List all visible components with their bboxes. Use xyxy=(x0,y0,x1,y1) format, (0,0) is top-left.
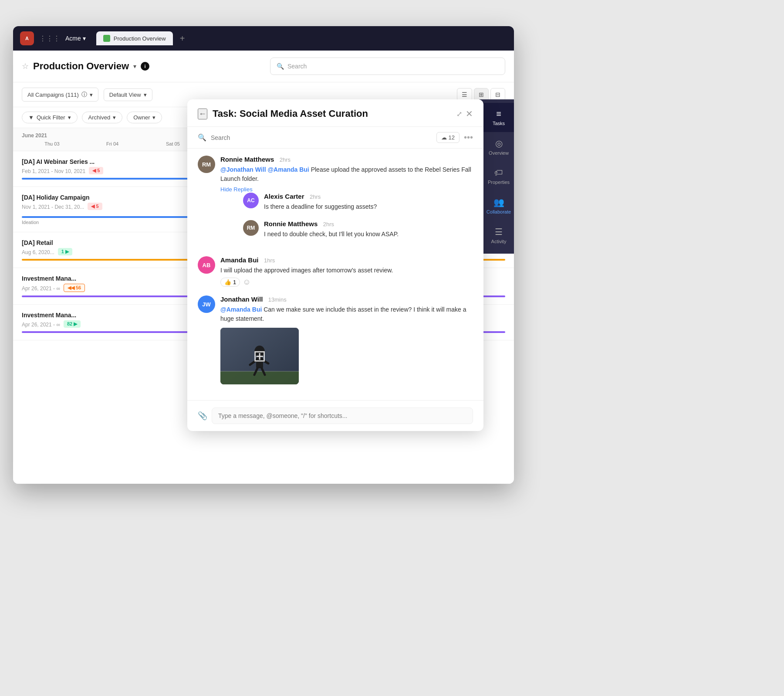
image-overlay[interactable]: ⊞ xyxy=(220,328,299,384)
task-header-actions: ⤢ ✕ xyxy=(456,109,473,119)
page-info-icon[interactable]: i xyxy=(141,62,149,71)
search-bar[interactable]: 🔍 Search xyxy=(270,58,505,75)
campaigns-dropdown[interactable]: All Campaigns (111) ⓘ ▾ xyxy=(22,88,98,102)
reaction-count: 1 xyxy=(233,279,236,285)
campaign-tag: ◀ 5 xyxy=(89,167,103,174)
attach-button[interactable]: 📎 xyxy=(198,411,207,421)
star-icon[interactable]: ☆ xyxy=(22,61,29,71)
expand-icon: ⊞ xyxy=(253,347,266,365)
task-header: ← Task: Social Media Asset Curation ⤢ ✕ xyxy=(187,99,483,127)
back-button[interactable]: ← xyxy=(198,109,207,119)
comment-text: @Jonathan Will @Amanda Bui Please upload… xyxy=(220,165,473,183)
campaign-tag: 1 ▶ xyxy=(58,248,72,255)
owner-chip[interactable]: Owner ▾ xyxy=(127,112,162,123)
right-sidebar: ≡ Tasks ◎ Overview 🏷 Properties 👥 Collab… xyxy=(479,99,514,254)
page-title-chevron[interactable]: ▾ xyxy=(133,63,136,70)
campaign-tag: ◀ 5 xyxy=(88,203,102,210)
avatar: RM xyxy=(243,220,259,236)
thumbs-up-reaction[interactable]: 👍 1 xyxy=(220,278,240,287)
avatar: AB xyxy=(198,256,215,274)
search-placeholder: Search xyxy=(287,63,307,70)
campaign-date: Apr 26, 2021 - ∞ xyxy=(22,285,60,292)
sidebar-activity-label: Activity xyxy=(491,239,507,244)
more-options-button[interactable]: ••• xyxy=(464,132,473,143)
reply-author: Alexis Carter xyxy=(264,193,304,200)
close-button[interactable]: ✕ xyxy=(466,109,473,119)
reply-block: AC Alexis Carter 2hrs Is there a deadlin… xyxy=(243,193,473,211)
message-input-area: 📎 xyxy=(187,400,483,431)
page-title: Production Overview xyxy=(33,61,129,72)
app-window: A ⋮⋮⋮ Acme ▾ Production Overview + ☆ Pro… xyxy=(13,26,514,484)
comments-area: RM Ronnie Matthews 2hrs @Jonathan Will @… xyxy=(187,149,483,400)
tab-production-overview[interactable]: Production Overview xyxy=(96,31,173,45)
reply-text: Is there a deadline for suggesting asset… xyxy=(264,202,473,211)
mention: @Jonathan Will xyxy=(220,166,266,173)
reply-time: 2hrs xyxy=(323,221,334,227)
sidebar-item-properties[interactable]: 🏷 Properties xyxy=(479,162,514,191)
expand-button[interactable]: ⤢ xyxy=(456,110,462,118)
sidebar-collaborate-label: Collaborate xyxy=(487,209,511,214)
archived-chip[interactable]: Archived ▾ xyxy=(82,112,123,123)
comment-time: 1hrs xyxy=(264,257,275,264)
campaign-date: Nov 1, 2021 - Dec 31, 20... xyxy=(22,204,84,210)
comment-content: Ronnie Matthews 2hrs @Jonathan Will @Ama… xyxy=(220,156,473,248)
task-search-input[interactable] xyxy=(211,134,432,141)
comment-author: Amanda Bui xyxy=(220,256,259,264)
comment-text: I will upload the approved images after … xyxy=(220,266,473,275)
sidebar-properties-label: Properties xyxy=(488,180,510,185)
sidebar-overview-label: Overview xyxy=(489,150,509,156)
upload-icon: ☁ xyxy=(441,134,447,141)
search-icon: 🔍 xyxy=(277,63,284,70)
campaign-date: Apr 26, 2021 - ∞ xyxy=(22,322,60,328)
upload-badge[interactable]: ☁ 12 xyxy=(436,132,460,143)
title-bar: A ⋮⋮⋮ Acme ▾ Production Overview + xyxy=(13,26,514,51)
avatar: AC xyxy=(243,193,259,208)
sidebar-tasks-label: Tasks xyxy=(493,121,505,126)
acme-logo[interactable]: A xyxy=(20,31,34,45)
overview-icon: ◎ xyxy=(495,138,503,149)
comment-content: Jonathan Will 13mins @Amanda Bui Can we … xyxy=(220,295,473,384)
page-title-section: ☆ Production Overview ▾ i xyxy=(22,61,263,72)
reaction-bar: 👍 1 ☺ xyxy=(220,278,473,287)
filter-icon: ▼ xyxy=(28,114,34,121)
search-icon: 🔍 xyxy=(198,133,206,142)
nested-comment: AC Alexis Carter 2hrs Is there a deadlin… xyxy=(243,193,473,211)
comment-time: 2hrs xyxy=(280,156,291,163)
sidebar-item-collaborate[interactable]: 👥 Collaborate xyxy=(479,191,514,221)
reply-content: Alexis Carter 2hrs Is there a deadline f… xyxy=(264,193,473,211)
comment-block: AB Amanda Bui 1hrs I will upload the app… xyxy=(198,256,473,287)
collaborate-icon: 👥 xyxy=(493,197,504,207)
avatar: JW xyxy=(198,295,215,313)
task-search-bar: 🔍 ☁ 12 ••• xyxy=(187,127,483,149)
campaign-tag: 82 ▶ xyxy=(64,320,81,328)
reply-content: Ronnie Matthews 2hrs I need to double ch… xyxy=(264,220,473,239)
reply-text: I need to double check, but I'll let you… xyxy=(264,230,473,239)
task-title: Task: Social Media Asset Curation xyxy=(213,108,451,119)
reply-block: RM Ronnie Matthews 2hrs I need to double… xyxy=(243,220,473,239)
message-input[interactable] xyxy=(212,407,473,424)
sidebar-item-overview[interactable]: ◎ Overview xyxy=(479,132,514,162)
properties-icon: 🏷 xyxy=(494,168,503,178)
workspace-name[interactable]: Acme ▾ xyxy=(65,35,86,42)
add-tab-button[interactable]: + xyxy=(176,32,189,45)
info-circle: ⓘ xyxy=(81,91,87,98)
add-emoji-button[interactable]: ☺ xyxy=(243,278,250,287)
hide-replies-link[interactable]: Hide Replies xyxy=(220,186,473,193)
image-attachment[interactable]: ⊞ xyxy=(220,328,299,384)
sidebar-item-activity[interactable]: ☰ Activity xyxy=(479,221,514,250)
sidebar-item-tasks[interactable]: ≡ Tasks xyxy=(479,103,514,132)
comment-time: 13mins xyxy=(268,296,287,303)
comment-author: Jonathan Will xyxy=(220,295,263,303)
thumbs-up-emoji: 👍 xyxy=(224,279,231,285)
toolbar: ☆ Production Overview ▾ i 🔍 Search xyxy=(13,51,514,82)
quick-filter-chip[interactable]: ▼ Quick Filter ▾ xyxy=(22,112,78,123)
avatar: RM xyxy=(198,156,215,173)
campaign-date: Aug 6, 2020... xyxy=(22,249,54,255)
view-dropdown[interactable]: Default View ▾ xyxy=(104,88,152,101)
date-col-2: Fri 04 xyxy=(82,141,143,146)
grid-icon[interactable]: ⋮⋮⋮ xyxy=(39,34,60,43)
comment-block: RM Ronnie Matthews 2hrs @Jonathan Will @… xyxy=(198,156,473,248)
comment-block: JW Jonathan Will 13mins @Amanda Bui Can … xyxy=(198,295,473,384)
comment-content: Amanda Bui 1hrs I will upload the approv… xyxy=(220,256,473,287)
date-col-1: Thu 03 xyxy=(22,141,82,146)
